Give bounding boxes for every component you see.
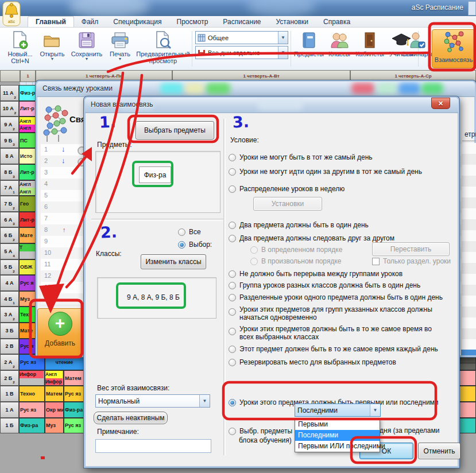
lesson-cell[interactable]: Рус яз	[64, 386, 84, 402]
save-dropdown-caret[interactable]: ▼	[85, 57, 89, 61]
condition-option-3[interactable]: Распределение уроков в неделю	[229, 185, 345, 193]
lesson-cell[interactable]: Рус яз	[64, 418, 84, 434]
rearrange-button[interactable]: Переставить	[372, 242, 450, 256]
radio-icon[interactable]	[229, 185, 236, 193]
row-label[interactable]: 3 Б	[0, 323, 19, 339]
classes-choice-option[interactable]: Выбор:	[178, 241, 212, 249]
cancel-button[interactable]: Отменить	[418, 443, 460, 459]
row-label[interactable]: 9 А2	[0, 117, 19, 133]
radio-icon-selected[interactable]	[178, 241, 185, 249]
row-label[interactable]: 10 А2	[0, 101, 19, 117]
open-dropdown-caret[interactable]: ▼	[51, 57, 55, 61]
row-label[interactable]: 2 Б2	[0, 370, 19, 386]
subjects-button[interactable]: Предметы	[293, 30, 325, 57]
lesson-cell[interactable]: Физ-ра	[19, 418, 45, 434]
lesson-cell[interactable]: Матем	[64, 370, 84, 386]
condition-option-7[interactable]: Группа уроков разных классов должна быть…	[229, 282, 420, 289]
close-icon[interactable]: ✕	[431, 98, 450, 109]
condition-option-6[interactable]: Не должно быть перерыва между группами у…	[229, 270, 403, 278]
radio-icon[interactable]	[229, 222, 236, 229]
radio-icon[interactable]	[229, 428, 236, 435]
condition-option-5[interactable]: Два предмета должны следовать друг за др…	[229, 235, 394, 242]
days-combo[interactable]: Все дни отдельно ▼	[195, 46, 288, 59]
row-label[interactable]: 7 А1	[0, 180, 19, 196]
radio-icon[interactable]	[229, 328, 236, 335]
lesson-cell[interactable]: Инфор	[19, 370, 45, 386]
row-label[interactable]: 2 В	[0, 339, 19, 355]
dropdown-item[interactable]: Первыми	[295, 419, 380, 430]
menu-tab[interactable]: Спецификация	[106, 17, 169, 27]
row-label[interactable]: 8 А	[0, 148, 19, 164]
dialog1-titlebar[interactable]: Связь между уроками	[37, 82, 475, 97]
row-label[interactable]: 4 А	[0, 275, 19, 291]
row-label[interactable]: 7 Б2	[0, 196, 19, 212]
condition-option-14[interactable]: Выбр. предметы мо	[229, 428, 303, 435]
dropdown-item[interactable]: Первыми ИЛИ последними	[295, 441, 380, 452]
row-label[interactable]: 1 А	[0, 402, 19, 418]
weight-combo-arrow[interactable]: ▼	[199, 395, 210, 407]
radio-icon-selected[interactable]	[229, 399, 236, 406]
window-controls-fragment[interactable]	[468, 1, 476, 15]
row-label[interactable]: 6 А3	[0, 212, 19, 228]
lesson-cell[interactable]: Рус яз	[19, 402, 45, 418]
radio-icon[interactable]	[178, 228, 185, 236]
settings-button[interactable]: Установки	[253, 197, 322, 211]
new-button[interactable]: Новый... Ctrl+N	[5, 30, 36, 64]
condition-option-9[interactable]: Уроки этих предметов для групп указанных…	[229, 306, 439, 321]
condition-option-8[interactable]: Разделенные уроки одного предмета должны…	[229, 294, 443, 301]
lesson-cell[interactable]: Муз	[45, 418, 64, 434]
condition-option-2[interactable]: Уроки не могут идти один за другим в тот…	[229, 168, 422, 176]
menu-tab[interactable]: Расписание	[215, 17, 268, 27]
row-label[interactable]: 2 А2	[0, 354, 19, 370]
condition-option-10[interactable]: Уроки этих предметов должны быть в то же…	[229, 325, 439, 341]
radio-icon[interactable]	[229, 308, 236, 316]
lesson-cell[interactable]: Техно	[19, 386, 45, 402]
lesson-cell[interactable]: Физ-ра	[64, 402, 84, 418]
row-label[interactable]: 5 Б2	[0, 259, 19, 276]
condition-option-11[interactable]: Этот предмет должен быть в то же самое в…	[229, 346, 438, 353]
dialog2-titlebar[interactable]: Новая взаимосвязь ✕	[85, 98, 458, 113]
row-label[interactable]: 1 Б	[0, 418, 19, 434]
only-split-checkbox[interactable]: Только раздел. уроки	[372, 258, 451, 265]
condition-option-4[interactable]: Два предмета должны быть в один день	[229, 222, 369, 229]
dropdown-item-highlighted[interactable]: Последними	[295, 430, 380, 441]
view-combo-arrow[interactable]: ▼	[278, 32, 288, 44]
radio-icon[interactable]	[229, 346, 236, 353]
classes-button[interactable]: Классы	[326, 30, 353, 57]
radio-icon[interactable]	[229, 282, 236, 289]
sub-option-ordered[interactable]: В определенном порядке	[250, 246, 342, 254]
menu-tab[interactable]: Главный	[28, 16, 74, 27]
row-label[interactable]: 3 А2	[0, 307, 19, 323]
weight-combo[interactable]: Нормальный ▼	[95, 394, 210, 408]
row-label[interactable]: 1 В	[0, 386, 19, 402]
row-label[interactable]: 8 Б3	[0, 164, 19, 180]
radio-icon[interactable]	[229, 270, 236, 278]
asc-bell-icon[interactable]: aSc	[2, 1, 21, 26]
deactivate-button[interactable]: Сделать неактивным	[94, 412, 168, 424]
checkbox-icon[interactable]	[372, 258, 380, 265]
print-preview-button[interactable]: Предварительный просмотр	[136, 30, 191, 64]
save-button[interactable]: Сохранить ▼	[69, 30, 105, 61]
radio-icon[interactable]	[229, 235, 236, 242]
row-label[interactable]: 11 А2	[0, 85, 19, 101]
add-relation-button[interactable]: + Добавить	[37, 308, 83, 358]
row-label[interactable]: 9 Б3	[0, 133, 19, 149]
open-button[interactable]: Открыть ▼	[37, 30, 68, 61]
window-titlebar[interactable]: aSc Расписание	[0, 0, 476, 16]
radio-icon[interactable]	[229, 154, 236, 161]
sub-option-random[interactable]: В произвольном порядке	[250, 258, 341, 265]
radio-icon[interactable]	[229, 294, 236, 301]
view-combo[interactable]: Общее ▼	[195, 31, 288, 44]
print-button[interactable]: Печать ▼	[106, 30, 134, 61]
menu-tab[interactable]: Просмотр	[169, 17, 216, 27]
firstlast-combo-arrow[interactable]: ▼	[370, 404, 380, 416]
row-label[interactable]: 6 Б2	[0, 227, 19, 243]
row-label[interactable]: 5 А4	[0, 243, 19, 259]
radio-icon-disabled[interactable]	[250, 246, 258, 254]
select-subjects-button[interactable]: Выбрать предметы	[136, 121, 214, 139]
seminars-button[interactable]: Семинары	[402, 30, 432, 57]
radio-icon-disabled[interactable]	[250, 258, 258, 265]
radio-icon[interactable]	[229, 168, 236, 176]
row-label[interactable]: 4 Б1	[0, 291, 19, 307]
lesson-cell[interactable]: АнглИнфор	[45, 370, 64, 386]
